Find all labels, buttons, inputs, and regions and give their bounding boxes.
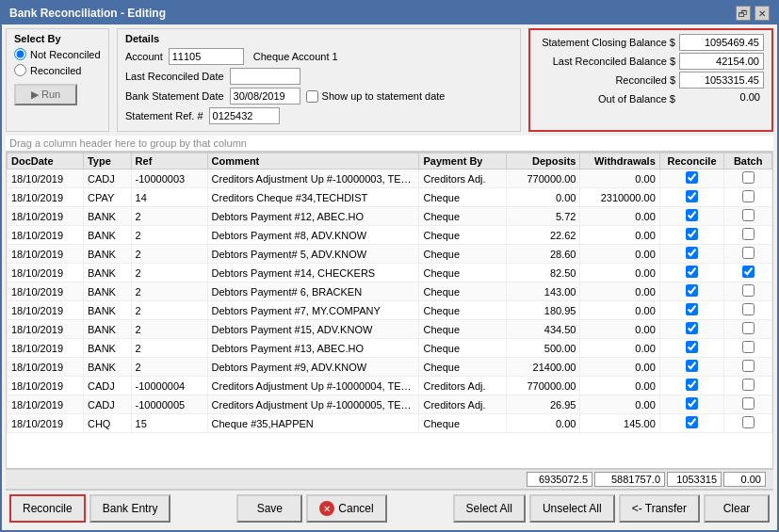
unselect-all-button[interactable]: Unselect All [529,494,615,523]
reconcile-checkbox[interactable] [686,190,698,202]
cell-batch[interactable] [724,226,772,245]
cell-type: BANK [83,264,131,282]
col-header-deposits[interactable]: Deposits [506,153,580,169]
col-header-reconcile[interactable]: Reconcile [659,153,724,169]
cell-batch[interactable] [724,245,772,264]
cell-reconcile[interactable] [659,169,724,188]
cell-reconcile[interactable] [659,188,724,207]
cell-batch[interactable] [724,264,772,282]
reconcile-checkbox[interactable] [686,322,698,334]
batch-checkbox[interactable] [742,416,755,428]
table-row: 18/10/2019 BANK 2 Debtors Payment #12, A… [8,207,772,226]
data-table-container[interactable]: DocDate Type Ref Comment Payment By Depo… [6,152,773,469]
cell-reconcile[interactable] [659,301,724,320]
title-bar-buttons: 🗗 ✕ [736,6,770,21]
cell-batch[interactable] [724,301,772,320]
last-reconciled-balance-input[interactable] [679,53,764,70]
bank-entry-button[interactable]: Bank Entry [89,494,171,523]
clear-button[interactable]: Clear [704,494,770,523]
bank-statement-input[interactable] [230,88,300,105]
cell-type: BANK [83,320,131,339]
reconcile-checkbox[interactable] [686,284,698,297]
col-header-withdrawals[interactable]: Withdrawals [580,153,659,169]
col-header-payby[interactable]: Payment By [419,153,506,169]
cell-reconcile[interactable] [659,377,724,395]
cell-reconcile[interactable] [659,207,724,226]
cell-reconcile[interactable] [659,226,724,245]
col-header-batch[interactable]: Batch [724,153,772,169]
col-header-type[interactable]: Type [83,153,131,169]
cell-deposits: 0.00 [506,188,580,207]
batch-checkbox[interactable] [742,171,755,184]
cell-docdate: 18/10/2019 [8,395,84,414]
reconcile-checkbox[interactable] [686,379,698,391]
cell-batch[interactable] [724,207,772,226]
cell-type: CADJ [83,395,131,414]
cell-docdate: 18/10/2019 [8,358,84,377]
reconciled-radio[interactable] [14,64,26,76]
save-button[interactable]: Save [236,494,302,523]
reconcile-checkbox[interactable] [686,416,698,428]
batch-checkbox[interactable] [742,209,755,221]
col-header-docdate[interactable]: DocDate [8,153,84,169]
cell-reconcile[interactable] [659,264,724,282]
restore-button[interactable]: 🗗 [736,6,751,21]
cell-batch[interactable] [724,188,772,207]
reconcile-checkbox[interactable] [686,171,698,184]
transfer-button[interactable]: <- Transfer [619,494,700,523]
reconcile-checkbox[interactable] [686,303,698,315]
reconcile-checkbox[interactable] [686,397,698,410]
table-row: 18/10/2019 BANK 2 Debtors Payment #8, AD… [8,226,772,245]
account-input[interactable] [169,48,244,65]
reconcile-checkbox[interactable] [686,247,698,259]
cell-batch[interactable] [724,320,772,339]
reconcile-button[interactable]: Reconcile [9,494,86,523]
cell-reconcile[interactable] [659,282,724,301]
cell-batch[interactable] [724,377,772,395]
account-name: Cheque Account 1 [253,51,338,62]
cell-batch[interactable] [724,169,772,188]
cell-reconcile[interactable] [659,245,724,264]
cell-batch[interactable] [724,414,772,433]
col-header-ref[interactable]: Ref [131,153,207,169]
cell-batch[interactable] [724,282,772,301]
cell-reconcile[interactable] [659,339,724,358]
reconciled-option[interactable]: Reconciled [14,64,101,76]
batch-checkbox[interactable] [742,190,755,202]
cancel-button[interactable]: ✕ Cancel [306,494,386,523]
batch-checkbox[interactable] [742,379,755,391]
cell-reconcile[interactable] [659,320,724,339]
show-up-label[interactable]: Show up to statement date [306,90,446,103]
batch-checkbox[interactable] [742,284,755,297]
cell-reconcile[interactable] [659,395,724,414]
close-button[interactable]: ✕ [755,6,770,21]
batch-checkbox[interactable] [742,303,755,315]
show-up-checkbox[interactable] [306,90,318,103]
batch-checkbox[interactable] [742,322,755,334]
batch-checkbox[interactable] [742,341,755,353]
reconcile-checkbox[interactable] [686,209,698,221]
batch-checkbox[interactable] [742,228,755,240]
batch-checkbox[interactable] [742,266,755,278]
not-reconciled-option[interactable]: Not Reconciled [14,48,101,60]
batch-checkbox[interactable] [742,360,755,372]
reconcile-checkbox[interactable] [686,360,698,372]
col-header-comment[interactable]: Comment [207,153,419,169]
statement-ref-input[interactable] [209,107,280,124]
reconcile-checkbox[interactable] [686,266,698,278]
select-all-button[interactable]: Select All [453,494,526,523]
statement-closing-input[interactable] [679,34,764,51]
reconcile-checkbox[interactable] [686,341,698,353]
run-button[interactable]: ▶ Run [14,84,77,105]
batch-checkbox[interactable] [742,397,755,410]
cell-batch[interactable] [724,339,772,358]
cell-reconcile[interactable] [659,414,724,433]
cell-batch[interactable] [724,395,772,414]
not-reconciled-radio[interactable] [14,48,26,60]
reconciled-input[interactable] [679,72,764,89]
last-reconciled-input[interactable] [230,68,300,85]
cell-batch[interactable] [724,358,772,377]
reconcile-checkbox[interactable] [686,228,698,240]
batch-checkbox[interactable] [742,247,755,259]
cell-reconcile[interactable] [659,358,724,377]
